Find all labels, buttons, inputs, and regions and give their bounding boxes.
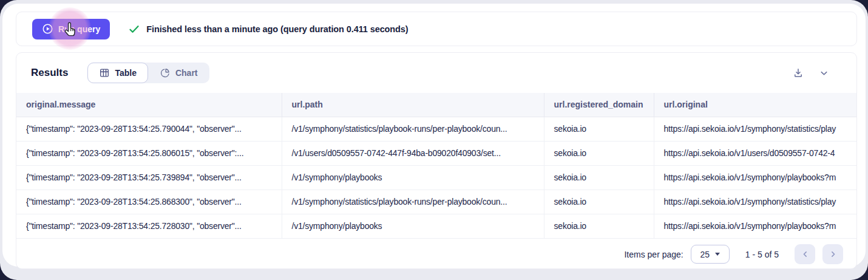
column-header-original-message: original.message [16, 93, 282, 117]
cell-path: /v1/symphony/playbooks [282, 214, 544, 238]
cell-message: {"timestamp": "2023-09-28T13:54:25.79004… [16, 117, 282, 141]
check-icon [128, 23, 140, 35]
cell-domain: sekoia.io [544, 190, 654, 214]
query-status-bar: Run query Finished less than a minute ag… [16, 12, 857, 46]
results-table: original.message url.path url.registered… [16, 93, 856, 239]
cell-message: {"timestamp": "2023-09-28T13:54:25.80601… [16, 141, 282, 165]
tab-chart-label: Chart [175, 68, 198, 78]
content-panel: Run query Finished less than a minute ag… [2, 4, 866, 267]
pie-chart-icon [160, 67, 171, 78]
cell-domain: sekoia.io [544, 117, 654, 141]
items-per-page-value: 25 [700, 250, 710, 259]
cell-original: https://api.sekoia.io/v1/symphony/statis… [654, 117, 856, 141]
items-per-page-label: Items per page: [624, 250, 683, 259]
previous-page-button[interactable] [795, 244, 815, 264]
column-header-url-original: url.original [654, 93, 856, 117]
chevron-right-icon [829, 250, 837, 258]
cell-original: https://api.sekoia.io/v1/users/d0509557-… [654, 141, 856, 165]
pagination-bar: Items per page: 25 1 - 5 of 5 [16, 239, 856, 270]
column-header-url-path: url.path [282, 93, 544, 117]
run-query-label: Run query [58, 24, 100, 34]
tab-chart[interactable]: Chart [148, 63, 209, 83]
table-header-row: original.message url.path url.registered… [16, 93, 856, 117]
cell-message: {"timestamp": "2023-09-28T13:54:25.73989… [16, 165, 282, 190]
table-icon [99, 67, 110, 78]
play-circle-icon [42, 23, 53, 35]
chevron-left-icon [801, 250, 809, 258]
download-icon [793, 67, 804, 78]
pagination-range: 1 - 5 of 5 [745, 250, 779, 259]
cell-original: https://api.sekoia.io/v1/symphony/playbo… [654, 165, 856, 190]
results-header: Results Table [16, 53, 856, 93]
items-per-page-select[interactable]: 25 [691, 245, 730, 264]
cell-domain: sekoia.io [544, 141, 654, 165]
query-status: Finished less than a minute ago (query d… [128, 23, 408, 35]
table-row[interactable]: {"timestamp": "2023-09-28T13:54:25.72803… [16, 214, 856, 238]
cell-message: {"timestamp": "2023-09-28T13:54:25.86830… [16, 190, 282, 214]
table-row[interactable]: {"timestamp": "2023-09-28T13:54:25.73989… [16, 165, 856, 190]
page-background: Run query Finished less than a minute ag… [0, 0, 868, 280]
caret-down-icon [715, 253, 720, 256]
next-page-button[interactable] [822, 244, 843, 264]
tab-table[interactable]: Table [87, 63, 148, 83]
cell-path: /v1/symphony/statistics/playbook-runs/pe… [282, 190, 544, 214]
query-status-message: Finished less than a minute ago (query d… [146, 24, 408, 34]
run-query-button[interactable]: Run query [32, 19, 110, 39]
cell-original: https://api.sekoia.io/v1/symphony/statis… [654, 190, 856, 214]
download-button[interactable] [793, 67, 804, 78]
column-header-url-registered-domain: url.registered_domain [544, 93, 654, 117]
results-title: Results [31, 67, 68, 79]
view-toggle: Table Chart [87, 63, 209, 83]
chevron-down-icon [819, 69, 829, 78]
results-card: Results Table [16, 52, 857, 269]
cell-message: {"timestamp": "2023-09-28T13:54:25.72803… [16, 214, 282, 238]
cell-path: /v1/users/d0509557-0742-447f-94ba-b09020… [282, 141, 544, 165]
tab-table-label: Table [115, 68, 137, 78]
cell-path: /v1/symphony/playbooks [282, 165, 544, 190]
cell-domain: sekoia.io [544, 214, 654, 238]
table-row[interactable]: {"timestamp": "2023-09-28T13:54:25.86830… [16, 190, 856, 214]
cell-path: /v1/symphony/statistics/playbook-runs/pe… [282, 117, 544, 141]
cell-original: https://api.sekoia.io/v1/symphony/playbo… [654, 214, 856, 238]
table-row[interactable]: {"timestamp": "2023-09-28T13:54:25.80601… [16, 141, 856, 165]
collapse-results-button[interactable] [819, 69, 829, 78]
cell-domain: sekoia.io [544, 165, 654, 190]
table-row[interactable]: {"timestamp": "2023-09-28T13:54:25.79004… [16, 117, 856, 141]
results-actions [793, 67, 843, 78]
